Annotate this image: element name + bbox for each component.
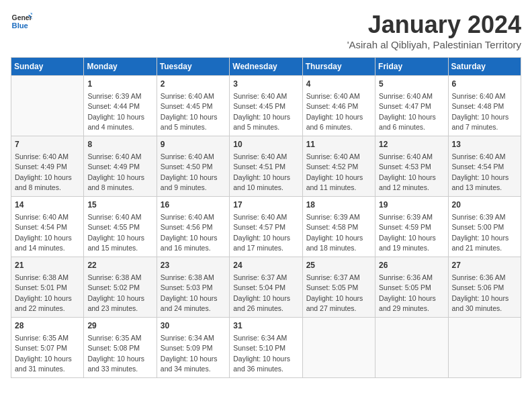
day-info: Sunrise: 6:35 AM Sunset: 5:08 PM Dayligh… bbox=[87, 334, 144, 373]
logo-icon: General Blue bbox=[11, 11, 32, 32]
logo: General Blue bbox=[11, 11, 32, 32]
day-number: 20 bbox=[452, 199, 517, 211]
calendar-cell: 9Sunrise: 6:40 AM Sunset: 4:50 PM Daylig… bbox=[157, 136, 229, 197]
col-wednesday: Wednesday bbox=[230, 58, 302, 76]
day-info: Sunrise: 6:40 AM Sunset: 4:54 PM Dayligh… bbox=[452, 152, 509, 191]
calendar-cell: 20Sunrise: 6:39 AM Sunset: 5:00 PM Dayli… bbox=[448, 197, 521, 257]
day-info: Sunrise: 6:40 AM Sunset: 4:51 PM Dayligh… bbox=[233, 152, 290, 191]
day-number: 16 bbox=[161, 199, 226, 211]
day-number: 12 bbox=[379, 139, 444, 150]
calendar-cell: 24Sunrise: 6:37 AM Sunset: 5:04 PM Dayli… bbox=[230, 257, 302, 318]
header-row: Sunday Monday Tuesday Wednesday Thursday… bbox=[11, 58, 521, 76]
day-number: 31 bbox=[233, 320, 298, 332]
day-number: 27 bbox=[452, 260, 517, 271]
calendar-cell bbox=[302, 318, 375, 378]
day-number: 28 bbox=[15, 320, 80, 332]
calendar-cell bbox=[448, 318, 521, 378]
day-number: 24 bbox=[233, 260, 298, 271]
col-monday: Monday bbox=[84, 58, 157, 76]
col-friday: Friday bbox=[375, 58, 448, 76]
calendar-cell: 14Sunrise: 6:40 AM Sunset: 4:54 PM Dayli… bbox=[11, 197, 84, 257]
calendar-cell bbox=[375, 318, 448, 378]
day-info: Sunrise: 6:40 AM Sunset: 4:57 PM Dayligh… bbox=[233, 213, 290, 252]
day-number: 1 bbox=[87, 79, 152, 90]
day-info: Sunrise: 6:40 AM Sunset: 4:49 PM Dayligh… bbox=[87, 152, 144, 191]
calendar-cell: 16Sunrise: 6:40 AM Sunset: 4:56 PM Dayli… bbox=[157, 197, 229, 257]
calendar-cell: 18Sunrise: 6:39 AM Sunset: 4:58 PM Dayli… bbox=[302, 197, 375, 257]
day-number: 17 bbox=[233, 199, 298, 211]
day-number: 6 bbox=[452, 79, 517, 90]
calendar-cell: 17Sunrise: 6:40 AM Sunset: 4:57 PM Dayli… bbox=[230, 197, 302, 257]
day-info: Sunrise: 6:40 AM Sunset: 4:50 PM Dayligh… bbox=[161, 152, 218, 191]
day-info: Sunrise: 6:38 AM Sunset: 5:03 PM Dayligh… bbox=[161, 273, 218, 312]
day-number: 30 bbox=[161, 320, 226, 332]
calendar-week-3: 14Sunrise: 6:40 AM Sunset: 4:54 PM Dayli… bbox=[11, 197, 521, 257]
day-number: 13 bbox=[452, 139, 517, 150]
col-tuesday: Tuesday bbox=[157, 58, 229, 76]
calendar-cell: 27Sunrise: 6:36 AM Sunset: 5:06 PM Dayli… bbox=[448, 257, 521, 318]
calendar-cell: 28Sunrise: 6:35 AM Sunset: 5:07 PM Dayli… bbox=[11, 318, 84, 378]
calendar-cell: 4Sunrise: 6:40 AM Sunset: 4:46 PM Daylig… bbox=[302, 76, 375, 136]
calendar-cell: 7Sunrise: 6:40 AM Sunset: 4:49 PM Daylig… bbox=[11, 136, 84, 197]
calendar-cell: 21Sunrise: 6:38 AM Sunset: 5:01 PM Dayli… bbox=[11, 257, 84, 318]
day-info: Sunrise: 6:39 AM Sunset: 4:59 PM Dayligh… bbox=[379, 213, 436, 252]
calendar-cell: 6Sunrise: 6:40 AM Sunset: 4:48 PM Daylig… bbox=[448, 76, 521, 136]
day-number: 2 bbox=[161, 79, 226, 90]
day-info: Sunrise: 6:38 AM Sunset: 5:01 PM Dayligh… bbox=[15, 273, 72, 312]
calendar-cell: 29Sunrise: 6:35 AM Sunset: 5:08 PM Dayli… bbox=[84, 318, 157, 378]
day-number: 29 bbox=[87, 320, 152, 332]
day-info: Sunrise: 6:39 AM Sunset: 5:00 PM Dayligh… bbox=[452, 213, 509, 252]
day-number: 18 bbox=[306, 199, 371, 211]
col-sunday: Sunday bbox=[11, 58, 84, 76]
svg-text:Blue: Blue bbox=[12, 21, 28, 30]
calendar-cell: 19Sunrise: 6:39 AM Sunset: 4:59 PM Dayli… bbox=[375, 197, 448, 257]
day-number: 14 bbox=[15, 199, 80, 211]
calendar-cell: 13Sunrise: 6:40 AM Sunset: 4:54 PM Dayli… bbox=[448, 136, 521, 197]
day-info: Sunrise: 6:39 AM Sunset: 4:58 PM Dayligh… bbox=[306, 213, 363, 252]
day-info: Sunrise: 6:40 AM Sunset: 4:48 PM Dayligh… bbox=[452, 92, 509, 131]
day-number: 4 bbox=[306, 79, 371, 90]
calendar-cell: 23Sunrise: 6:38 AM Sunset: 5:03 PM Dayli… bbox=[157, 257, 229, 318]
day-info: Sunrise: 6:40 AM Sunset: 4:52 PM Dayligh… bbox=[306, 152, 363, 191]
calendar-week-5: 28Sunrise: 6:35 AM Sunset: 5:07 PM Dayli… bbox=[11, 318, 521, 378]
title-area: January 2024 'Asirah al Qibliyah, Palest… bbox=[347, 11, 521, 50]
day-number: 9 bbox=[161, 139, 226, 150]
calendar-cell: 15Sunrise: 6:40 AM Sunset: 4:55 PM Dayli… bbox=[84, 197, 157, 257]
day-number: 10 bbox=[233, 139, 298, 150]
calendar-week-2: 7Sunrise: 6:40 AM Sunset: 4:49 PM Daylig… bbox=[11, 136, 521, 197]
col-saturday: Saturday bbox=[448, 58, 521, 76]
calendar-cell: 8Sunrise: 6:40 AM Sunset: 4:49 PM Daylig… bbox=[84, 136, 157, 197]
page-header: General Blue January 2024 'Asirah al Qib… bbox=[11, 11, 521, 50]
location-subtitle: 'Asirah al Qibliyah, Palestinian Territo… bbox=[347, 39, 521, 50]
day-number: 11 bbox=[306, 139, 371, 150]
day-info: Sunrise: 6:40 AM Sunset: 4:55 PM Dayligh… bbox=[87, 213, 144, 252]
day-number: 15 bbox=[87, 199, 152, 211]
calendar-cell bbox=[11, 76, 84, 136]
day-info: Sunrise: 6:40 AM Sunset: 4:49 PM Dayligh… bbox=[15, 152, 72, 191]
day-number: 5 bbox=[379, 79, 444, 90]
day-info: Sunrise: 6:40 AM Sunset: 4:53 PM Dayligh… bbox=[379, 152, 436, 191]
day-number: 26 bbox=[379, 260, 444, 271]
day-info: Sunrise: 6:40 AM Sunset: 4:45 PM Dayligh… bbox=[161, 92, 218, 131]
calendar-week-1: 1Sunrise: 6:39 AM Sunset: 4:44 PM Daylig… bbox=[11, 76, 521, 136]
day-number: 3 bbox=[233, 79, 298, 90]
day-number: 22 bbox=[87, 260, 152, 271]
day-info: Sunrise: 6:34 AM Sunset: 5:10 PM Dayligh… bbox=[233, 334, 290, 373]
day-info: Sunrise: 6:35 AM Sunset: 5:07 PM Dayligh… bbox=[15, 334, 72, 373]
day-number: 25 bbox=[306, 260, 371, 271]
calendar-cell: 1Sunrise: 6:39 AM Sunset: 4:44 PM Daylig… bbox=[84, 76, 157, 136]
day-info: Sunrise: 6:40 AM Sunset: 4:45 PM Dayligh… bbox=[233, 92, 290, 131]
day-info: Sunrise: 6:34 AM Sunset: 5:09 PM Dayligh… bbox=[161, 334, 218, 373]
day-number: 21 bbox=[15, 260, 80, 271]
calendar-cell: 25Sunrise: 6:37 AM Sunset: 5:05 PM Dayli… bbox=[302, 257, 375, 318]
day-info: Sunrise: 6:36 AM Sunset: 5:06 PM Dayligh… bbox=[452, 273, 509, 312]
day-info: Sunrise: 6:40 AM Sunset: 4:56 PM Dayligh… bbox=[161, 213, 218, 252]
calendar-week-4: 21Sunrise: 6:38 AM Sunset: 5:01 PM Dayli… bbox=[11, 257, 521, 318]
col-thursday: Thursday bbox=[302, 58, 375, 76]
calendar-cell: 5Sunrise: 6:40 AM Sunset: 4:47 PM Daylig… bbox=[375, 76, 448, 136]
day-number: 23 bbox=[161, 260, 226, 271]
calendar-cell: 10Sunrise: 6:40 AM Sunset: 4:51 PM Dayli… bbox=[230, 136, 302, 197]
day-number: 19 bbox=[379, 199, 444, 211]
day-info: Sunrise: 6:36 AM Sunset: 5:05 PM Dayligh… bbox=[379, 273, 436, 312]
day-info: Sunrise: 6:38 AM Sunset: 5:02 PM Dayligh… bbox=[87, 273, 144, 312]
